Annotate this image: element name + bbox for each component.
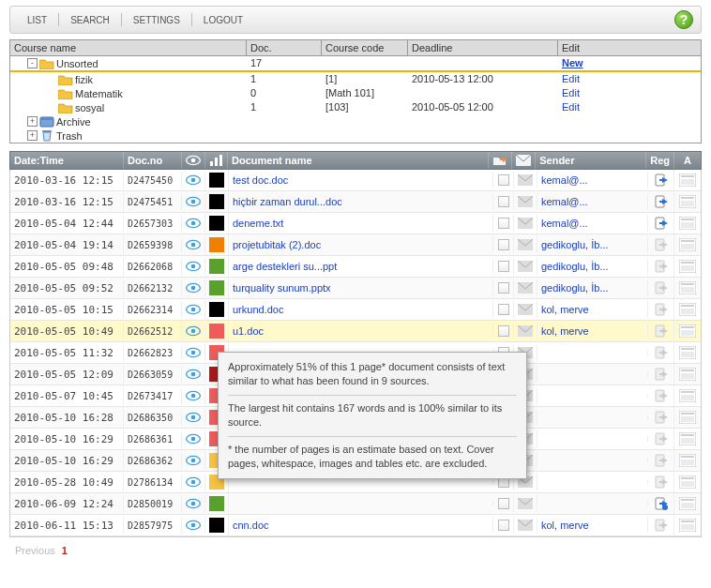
nav-logout[interactable]: LOGOUT (194, 13, 252, 27)
sender-link[interactable]: kemal@... (541, 218, 588, 229)
analysis-icon[interactable] (674, 257, 701, 276)
analysis-icon[interactable] (674, 430, 701, 448)
pager-prev[interactable]: Previous (15, 545, 55, 556)
view-icon[interactable] (182, 301, 205, 318)
table-row[interactable]: 2010-05-05 09:52D2662132turquality sunum… (10, 278, 701, 299)
register-icon[interactable] (648, 342, 674, 363)
document-link[interactable]: cnn.doc (233, 520, 269, 531)
sender-link[interactable]: gedikoglu, İb... (541, 239, 609, 250)
hdr-docname[interactable]: Document name (228, 152, 489, 169)
sender-link[interactable]: kemal@... (541, 174, 588, 186)
tree-row[interactable]: -Unsorted17New (10, 56, 701, 70)
mail-icon[interactable] (514, 258, 537, 275)
expander-icon[interactable]: + (27, 130, 38, 141)
register-icon[interactable] (648, 385, 674, 406)
select-checkbox[interactable] (493, 236, 514, 253)
view-icon[interactable] (182, 366, 205, 383)
select-checkbox[interactable] (493, 172, 514, 188)
register-icon[interactable] (648, 364, 674, 384)
view-icon[interactable] (182, 215, 205, 232)
select-checkbox[interactable] (493, 323, 514, 339)
document-link[interactable]: hiçbir zaman durul...doc (233, 196, 342, 207)
register-icon[interactable] (648, 450, 674, 471)
mail-icon[interactable] (514, 495, 537, 512)
analysis-icon[interactable] (674, 451, 701, 470)
mail-icon[interactable] (514, 517, 537, 534)
analysis-icon[interactable] (674, 171, 701, 189)
analysis-icon[interactable] (674, 300, 701, 319)
analysis-icon[interactable] (674, 516, 701, 535)
document-link[interactable]: arge destekleri su...ppt (233, 261, 337, 272)
mail-icon[interactable] (514, 193, 537, 210)
mail-icon[interactable] (514, 236, 537, 253)
select-checkbox[interactable] (493, 517, 514, 534)
register-icon[interactable] (648, 256, 674, 277)
analysis-icon[interactable] (674, 386, 701, 405)
register-icon[interactable] (648, 515, 674, 535)
analysis-icon[interactable] (674, 494, 701, 513)
hdr-mail-icon[interactable] (512, 152, 536, 169)
nav-list[interactable]: LIST (18, 13, 56, 27)
register-icon[interactable] (648, 493, 674, 514)
view-icon[interactable] (182, 344, 205, 361)
tree-row[interactable]: +Trash (10, 128, 701, 143)
tree-edit-link[interactable]: New (562, 57, 583, 68)
select-checkbox[interactable] (493, 279, 514, 296)
nav-settings[interactable]: SETTINGS (124, 13, 189, 27)
tree-edit-link[interactable]: Edit (562, 87, 580, 98)
hdr-docno[interactable]: Doc.no (124, 152, 182, 169)
sender-link[interactable]: kol, merve (541, 520, 589, 531)
select-checkbox[interactable] (493, 215, 514, 232)
table-row[interactable]: 2010-06-09 12:24D2850019 (10, 493, 701, 515)
nav-search[interactable]: SEARCH (61, 13, 119, 27)
table-row[interactable]: 2010-05-04 19:14D2659398projetubitak (2)… (10, 234, 701, 256)
hdr-sender[interactable]: Sender (536, 152, 646, 169)
hdr-date[interactable]: Date:Time (10, 152, 124, 169)
hdr-eye-icon[interactable] (182, 152, 205, 169)
analysis-icon[interactable] (674, 279, 701, 297)
view-icon[interactable] (182, 193, 205, 210)
analysis-icon[interactable] (674, 408, 701, 427)
mail-icon[interactable] (514, 279, 537, 296)
mail-icon[interactable] (514, 301, 537, 318)
register-icon[interactable] (648, 170, 674, 190)
view-icon[interactable] (182, 495, 205, 512)
select-checkbox[interactable] (493, 495, 514, 512)
hdr-a[interactable]: A (674, 152, 701, 169)
expander-icon[interactable]: + (27, 116, 38, 127)
view-icon[interactable] (182, 474, 205, 490)
register-icon[interactable] (648, 191, 674, 212)
view-icon[interactable] (182, 236, 205, 253)
register-icon[interactable] (648, 472, 674, 492)
table-row[interactable]: 2010-05-04 12:44D2657303deneme.txtkemal@… (10, 213, 701, 234)
sender-link[interactable]: gedikoglu, İb... (541, 282, 609, 294)
view-icon[interactable] (182, 387, 205, 404)
select-checkbox[interactable] (493, 193, 514, 210)
document-link[interactable]: turquality sunum.pptx (233, 282, 331, 294)
hdr-reg[interactable]: Reg (646, 152, 674, 169)
register-icon[interactable] (648, 321, 674, 341)
analysis-icon[interactable] (674, 214, 701, 233)
analysis-icon[interactable] (674, 192, 701, 211)
view-icon[interactable] (182, 430, 205, 447)
hdr-chart-icon[interactable] (205, 152, 228, 169)
hdr-folder-send-icon[interactable] (489, 152, 512, 169)
register-icon[interactable] (648, 407, 674, 428)
analysis-icon[interactable] (674, 322, 701, 340)
view-icon[interactable] (182, 452, 205, 469)
register-icon[interactable] (648, 429, 674, 449)
sender-link[interactable]: kol, merve (541, 325, 589, 337)
table-row[interactable]: 2010-06-11 15:13D2857975cnn.dockol, merv… (10, 515, 701, 536)
tree-edit-link[interactable]: Edit (562, 101, 580, 113)
analysis-icon[interactable] (674, 365, 701, 384)
register-icon[interactable] (648, 234, 674, 255)
tree-row[interactable]: sosyal1[103]2010-05-05 12:00Edit (10, 100, 701, 114)
tree-row[interactable]: fizik1[1]2010-05-13 12:00Edit (10, 72, 701, 86)
document-link[interactable]: projetubitak (2).doc (233, 239, 321, 250)
mail-icon[interactable] (514, 323, 537, 339)
document-link[interactable]: test doc.doc (233, 174, 288, 186)
sender-link[interactable]: kemal@... (541, 196, 588, 207)
register-icon[interactable] (648, 299, 674, 320)
table-row[interactable]: 2010-05-05 10:49D2662512u1.dockol, merve (10, 321, 701, 342)
help-icon[interactable]: ? (674, 10, 693, 29)
